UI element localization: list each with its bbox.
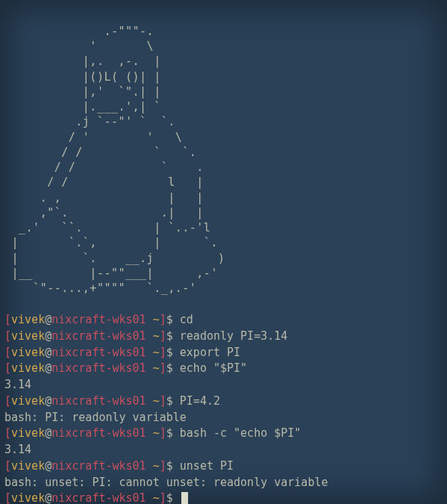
command-line[interactable]: [vivek@nixcraft-wks01 ~]$ PI=4.2 [4,393,443,410]
prompt-close-bracket: ] [160,329,166,343]
command-line[interactable]: [vivek@nixcraft-wks01 ~]$ export PI [4,345,443,361]
prompt-open-bracket: [ [4,459,11,473]
prompt-path: ~ [146,491,160,504]
output-text: 3.14 [4,443,31,456]
prompt-host: nixcraft-wks01 [51,426,146,440]
prompt-symbol: $ [166,313,180,326]
prompt-at: @ [45,329,51,343]
prompt-symbol: $ [166,346,180,359]
prompt-user: vivek [11,313,45,326]
prompt-host: nixcraft-wks01 [51,459,146,473]
command-text: export PI [180,346,240,359]
prompt-path: ~ [146,346,160,359]
cursor [181,492,188,504]
prompt-user: vivek [11,491,45,504]
prompt-path: ~ [146,329,160,343]
output-text: bash: PI: readonly variable [4,411,187,424]
prompt-close-bracket: ] [160,394,166,408]
prompt-open-bracket: [ [4,346,11,359]
prompt-path: ~ [146,394,160,408]
prompt-close-bracket: ] [160,426,166,440]
prompt-close-bracket: ] [160,346,166,359]
prompt-symbol: $ [166,329,180,343]
prompt-host: nixcraft-wks01 [51,491,146,504]
prompt-open-bracket: [ [4,361,11,375]
prompt-open-bracket: [ [4,313,11,326]
command-line[interactable]: [vivek@nixcraft-wks01 ~]$ readonly PI=3.… [4,329,443,345]
prompt-close-bracket: ] [160,491,166,504]
prompt-symbol: $ [166,394,180,408]
command-line[interactable]: [vivek@nixcraft-wks01 ~]$ unset PI [4,458,443,475]
prompt-path: ~ [146,426,160,440]
prompt-symbol: $ [166,491,180,504]
command-text: cd [180,313,193,326]
prompt-close-bracket: ] [160,459,166,473]
prompt-host: nixcraft-wks01 [51,361,146,375]
prompt-at: @ [45,491,51,504]
prompt-symbol: $ [166,459,180,473]
prompt-user: vivek [11,426,45,440]
prompt-user: vivek [11,361,45,375]
prompt-open-bracket: [ [4,491,11,504]
command-text: unset PI [180,459,234,473]
prompt-open-bracket: [ [4,394,11,408]
prompt-host: nixcraft-wks01 [51,329,146,343]
prompt-at: @ [45,426,51,440]
prompt-at: @ [45,346,51,359]
command-text: readonly PI=3.14 [180,329,288,343]
command-line[interactable]: [vivek@nixcraft-wks01 ~]$ cd [4,312,443,329]
prompt-user: vivek [11,459,45,473]
prompt-path: ~ [146,459,160,473]
prompt-host: nixcraft-wks01 [51,313,146,326]
output-line: bash: PI: readonly variable [4,410,443,426]
prompt-open-bracket: [ [4,329,11,343]
output-text: 3.14 [4,378,31,391]
prompt-close-bracket: ] [160,313,166,326]
prompt-user: vivek [11,329,45,343]
command-text: bash -c "echo $PI" [180,426,301,440]
terminal-output[interactable]: .-"""-. ' \ |,. ,-. | |()L( ()| | |,' `"… [4,7,443,504]
prompt-path: ~ [146,361,160,375]
output-text: bash: unset: PI: cannot unset: readonly … [4,476,328,489]
command-text: PI=4.2 [180,394,220,408]
output-line: 3.14 [4,377,443,393]
prompt-at: @ [45,361,51,375]
prompt-symbol: $ [166,426,180,440]
prompt-open-bracket: [ [4,426,11,440]
prompt-at: @ [45,459,51,473]
output-line: 3.14 [4,442,443,458]
prompt-symbol: $ [166,361,180,375]
prompt-path: ~ [146,313,160,326]
command-line[interactable]: [vivek@nixcraft-wks01 ~]$ [4,491,443,504]
prompt-user: vivek [11,346,45,359]
output-line: bash: unset: PI: cannot unset: readonly … [4,475,443,491]
prompt-host: nixcraft-wks01 [51,346,146,359]
command-line[interactable]: [vivek@nixcraft-wks01 ~]$ bash -c "echo … [4,426,443,442]
command-line[interactable]: [vivek@nixcraft-wks01 ~]$ echo "$PI" [4,361,443,377]
prompt-close-bracket: ] [160,361,166,375]
tux-ascii-art: .-"""-. ' \ |,. ,-. | |()L( ()| | |,' `"… [4,24,443,296]
prompt-at: @ [45,313,51,326]
prompt-host: nixcraft-wks01 [51,394,146,408]
prompt-at: @ [45,394,51,408]
command-text: echo "$PI" [180,361,247,375]
prompt-user: vivek [11,394,45,408]
